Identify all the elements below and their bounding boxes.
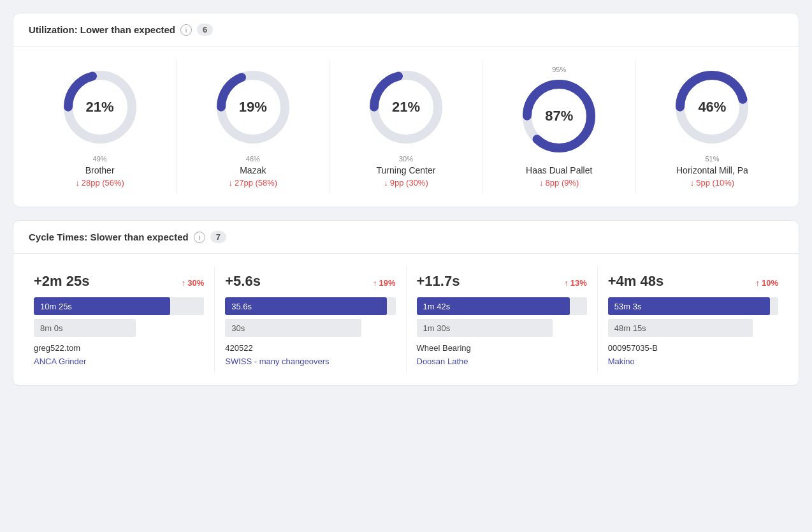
donut-pct: 87%: [545, 108, 573, 124]
actual-bar: 10m 25s: [34, 297, 170, 315]
cycle-times-header: Cycle Times: Slower than expected i 7: [13, 221, 799, 254]
actual-bar-row: 10m 25s: [34, 297, 204, 315]
machine-delta: ↓9pp (30%): [384, 178, 428, 188]
cycle-pct: ↑30%: [182, 278, 205, 288]
machine-name: Mazak: [240, 165, 266, 175]
expected-bar: 48m 15s: [608, 319, 753, 337]
utilization-header: Utilization: Lower than expected i 6: [13, 13, 799, 47]
machine-delta: ↓27pp (58%): [228, 178, 277, 188]
machine-card[interactable]: 21% 30% Turning Center ↓9pp (30%): [330, 59, 482, 194]
cycle-card[interactable]: +5.6s ↑19% 35.6s 30s 420522 SWISS - many…: [215, 267, 406, 373]
cycle-header: +11.7s ↑13%: [417, 273, 587, 290]
cycle-times-panel: Cycle Times: Slower than expected i 7 +2…: [13, 220, 799, 386]
actual-bar-row: 35.6s: [225, 297, 395, 315]
donut-pct: 21%: [392, 99, 420, 115]
utilization-content: 21% 49% Brother ↓28pp (56%) 19% 46% Maza…: [13, 47, 799, 207]
machine-card[interactable]: 19% 46% Mazak ↓27pp (58%): [177, 59, 330, 194]
cycle-header: +5.6s ↑19%: [225, 273, 395, 290]
cycle-machine[interactable]: ANCA Grinder: [34, 357, 204, 366]
machine-name: Horizontal Mill, Pa: [676, 165, 748, 175]
donut-pct: 21%: [86, 99, 114, 115]
cycle-card[interactable]: +11.7s ↑13% 1m 42s 1m 30s Wheel Bearing …: [407, 267, 598, 373]
donut-chart: 21%: [365, 66, 447, 149]
actual-bar-track: 53m 3s: [608, 297, 778, 315]
actual-bar-track: 35.6s: [225, 297, 395, 315]
cycle-delta: +2m 25s: [34, 273, 89, 290]
cycle-times-content: +2m 25s ↑30% 10m 25s 8m 0s greg522.tom A…: [13, 254, 799, 385]
cycle-part: 420522: [225, 343, 395, 353]
donut-chart: 19%: [212, 66, 294, 149]
cycle-card[interactable]: +4m 48s ↑10% 53m 3s 48m 15s 000957035-B …: [598, 267, 788, 373]
actual-bar: 35.6s: [225, 297, 387, 315]
machine-delta: ↓28pp (56%): [75, 178, 124, 188]
donut-pct: 19%: [239, 99, 267, 115]
cycle-part: 000957035-B: [608, 343, 778, 353]
cycle-pct: ↑13%: [564, 278, 587, 288]
cycle-machine[interactable]: Doosan Lathe: [417, 357, 587, 366]
actual-bar-row: 53m 3s: [608, 297, 778, 315]
cycle-times-count: 7: [210, 231, 226, 243]
expected-bar: 30s: [225, 319, 361, 337]
utilization-count: 6: [197, 24, 213, 36]
actual-bar-track: 10m 25s: [34, 297, 204, 315]
cycle-header: +4m 48s ↑10%: [608, 273, 778, 290]
actual-bar-row: 1m 42s: [417, 297, 587, 315]
cycle-times-info-icon[interactable]: i: [194, 232, 205, 243]
machine-card[interactable]: 95% 87% Haas Dual Pallet ↓8pp (9%): [483, 59, 636, 194]
actual-bar-track: 1m 42s: [417, 297, 587, 315]
cycle-card[interactable]: +2m 25s ↑30% 10m 25s 8m 0s greg522.tom A…: [24, 267, 215, 373]
cycle-delta: +5.6s: [225, 273, 261, 290]
utilization-title: Utilization: Lower than expected: [29, 24, 175, 35]
cycle-machine[interactable]: SWISS - many changeovers: [225, 357, 395, 366]
cycle-machine[interactable]: Makino: [608, 357, 778, 366]
donut-chart: 46%: [671, 66, 753, 149]
utilization-panel: Utilization: Lower than expected i 6 21%…: [13, 13, 799, 207]
donut-chart: 87%: [518, 75, 600, 158]
donut-pct: 46%: [698, 99, 726, 115]
cycle-pct: ↑10%: [755, 278, 778, 288]
cycle-delta: +4m 48s: [608, 273, 663, 290]
machine-name: Brother: [85, 165, 115, 175]
machine-card[interactable]: 46% 51% Horizontal Mill, Pa ↓5pp (10%): [636, 59, 788, 194]
utilization-info-icon[interactable]: i: [180, 24, 192, 36]
machine-delta: ↓8pp (9%): [539, 178, 579, 188]
cycle-pct: ↑19%: [373, 278, 396, 288]
machine-delta: ↓5pp (10%): [690, 178, 734, 188]
expected-bar: 1m 30s: [417, 319, 553, 337]
actual-bar: 1m 42s: [417, 297, 570, 315]
cycle-part: greg522.tom: [34, 343, 204, 353]
cycle-times-title: Cycle Times: Slower than expected: [29, 232, 189, 242]
cycle-delta: +11.7s: [417, 273, 460, 290]
cycle-header: +2m 25s ↑30%: [34, 273, 204, 290]
expected-bar: 8m 0s: [34, 319, 136, 337]
machine-card[interactable]: 21% 49% Brother ↓28pp (56%): [24, 59, 177, 194]
machine-name: Turning Center: [377, 165, 436, 175]
actual-bar: 53m 3s: [608, 297, 770, 315]
cycle-part: Wheel Bearing: [417, 343, 587, 353]
machine-name: Haas Dual Pallet: [526, 165, 592, 175]
donut-chart: 21%: [59, 66, 141, 149]
